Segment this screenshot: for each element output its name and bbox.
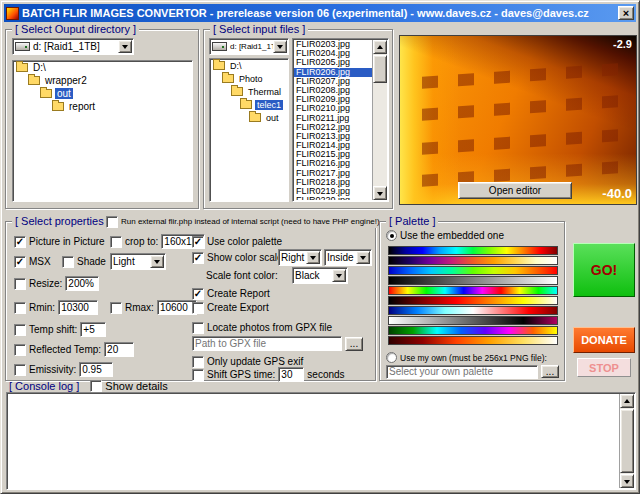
palette-strip[interactable] [388, 326, 558, 335]
file-item[interactable]: FLIR0203.jpg [294, 40, 372, 49]
scale-placement-combobox[interactable]: Inside [324, 249, 372, 266]
locate-gpx-checkbox[interactable] [192, 322, 204, 334]
file-item[interactable]: FLIR0211.jpg [294, 114, 372, 123]
file-item[interactable]: FLIR0208.jpg [294, 86, 372, 95]
file-item[interactable]: FLIR0220.jpg [294, 196, 372, 200]
palette-strip[interactable] [388, 276, 558, 285]
scale-position-combobox[interactable]: Right [278, 249, 322, 266]
gpx-path-field[interactable] [192, 336, 342, 351]
scroll-down-icon[interactable] [620, 474, 634, 488]
use-embedded-radio[interactable] [386, 230, 397, 241]
reflected-temp-checkbox[interactable] [14, 344, 26, 356]
palette-strip[interactable] [388, 296, 558, 305]
own-palette-browse-button[interactable]: ... [541, 365, 559, 378]
file-item[interactable]: FLIR0206.jpg [294, 68, 372, 77]
msx-checkbox[interactable] [14, 256, 26, 268]
palette-strip[interactable] [388, 286, 558, 295]
chevron-down-icon[interactable] [356, 251, 370, 264]
rmax-field[interactable] [157, 300, 197, 315]
scale-font-color-combobox[interactable]: Black [292, 267, 348, 284]
tree-item[interactable]: telec1 [210, 98, 288, 111]
chevron-down-icon[interactable] [150, 255, 164, 268]
rmax-checkbox[interactable] [110, 302, 122, 314]
own-palette-field[interactable] [386, 365, 538, 379]
palette-strip[interactable] [388, 256, 558, 265]
tree-item[interactable]: out [13, 87, 192, 100]
file-item[interactable]: FLIR0217.jpg [294, 169, 372, 178]
create-report-checkbox[interactable] [192, 288, 204, 300]
tree-item[interactable]: wrapper2 [13, 74, 192, 87]
file-item[interactable]: FLIR0216.jpg [294, 159, 372, 168]
file-item[interactable]: FLIR0218.jpg [294, 178, 372, 187]
shade-mode-combobox[interactable]: Light [110, 253, 166, 270]
use-color-palette-checkbox[interactable] [192, 236, 204, 248]
tree-item[interactable]: D:\ [13, 61, 192, 74]
file-item[interactable]: FLIR0209.jpg [294, 95, 372, 104]
input-file-list[interactable]: FLIR0203.jpgFLIR0204.jpgFLIR0205.jpgFLIR… [292, 38, 389, 202]
tree-item[interactable]: Thermal [210, 85, 288, 98]
scroll-up-icon[interactable] [620, 394, 634, 408]
file-item[interactable]: FLIR0207.jpg [294, 77, 372, 86]
stop-button[interactable]: STOP [577, 358, 631, 377]
file-item[interactable]: FLIR0205.jpg [294, 58, 372, 67]
rmin-checkbox[interactable] [14, 302, 26, 314]
resize-value-field[interactable] [65, 276, 99, 291]
scroll-up-icon[interactable] [373, 40, 387, 54]
scroll-down-icon[interactable] [373, 186, 387, 200]
open-editor-button[interactable]: Open editor [458, 182, 572, 199]
scrollbar-thumb[interactable] [373, 55, 387, 83]
temp-shift-checkbox[interactable] [14, 324, 26, 336]
file-item[interactable]: FLIR0219.jpg [294, 187, 372, 196]
go-button[interactable]: GO! [573, 243, 635, 297]
shade-checkbox[interactable] [62, 256, 74, 268]
run-external-checkbox[interactable] [106, 216, 118, 228]
tree-item[interactable]: Photo [210, 72, 288, 85]
file-item[interactable]: FLIR0204.jpg [294, 49, 372, 58]
scrollbar-thumb[interactable] [620, 409, 634, 473]
rmin-field[interactable] [58, 300, 98, 315]
file-item[interactable]: FLIR0212.jpg [294, 123, 372, 132]
console-output[interactable] [6, 392, 636, 490]
show-details-checkbox[interactable] [90, 380, 102, 392]
only-update-gps-checkbox[interactable] [192, 356, 204, 368]
tree-item[interactable]: D:\ [210, 59, 288, 72]
chevron-down-icon[interactable] [332, 269, 346, 282]
chevron-down-icon[interactable] [273, 40, 287, 53]
output-directory-tree[interactable]: D:\wrapper2outreport [12, 60, 193, 202]
use-own-radio[interactable] [386, 352, 397, 363]
palette-strip[interactable] [388, 246, 558, 255]
folder-icon [52, 102, 64, 111]
donate-button[interactable]: DONATE [573, 327, 635, 353]
palette-strip[interactable] [388, 266, 558, 275]
file-item[interactable]: FLIR0210.jpg [294, 104, 372, 113]
shift-gps-field[interactable] [278, 367, 304, 382]
shift-gps-checkbox[interactable] [192, 369, 204, 381]
temp-shift-field[interactable] [80, 322, 106, 337]
file-item[interactable]: FLIR0214.jpg [294, 141, 372, 150]
close-icon[interactable]: × [618, 6, 634, 20]
reflected-temp-field[interactable] [104, 342, 134, 357]
palette-strip[interactable] [388, 336, 558, 345]
file-list-scrollbar[interactable] [372, 40, 387, 200]
file-item[interactable]: FLIR0213.jpg [294, 132, 372, 141]
create-export-checkbox[interactable] [192, 302, 204, 314]
show-color-scale-checkbox[interactable] [192, 252, 204, 264]
palette-strip[interactable] [388, 306, 558, 315]
chevron-down-icon[interactable] [118, 40, 132, 53]
picture-in-picture-checkbox[interactable] [14, 236, 26, 248]
output-drive-combobox[interactable]: d: [Raid1_1TB] [12, 38, 134, 55]
tree-item[interactable]: out [210, 111, 288, 124]
palette-strip[interactable] [388, 316, 558, 325]
console-scrollbar[interactable] [619, 394, 634, 488]
crop-to-checkbox[interactable] [110, 236, 122, 248]
emissivity-field[interactable] [79, 362, 113, 377]
titlebar[interactable]: BATCH FLIR IMAGES CONVERTOR - prerelease… [4, 4, 636, 22]
gpx-browse-button[interactable]: ... [345, 337, 363, 351]
input-directory-tree[interactable]: D:\PhotoThermaltelec1out [209, 58, 289, 202]
tree-item[interactable]: report [13, 100, 192, 113]
file-item[interactable]: FLIR0215.jpg [294, 150, 372, 159]
chevron-down-icon[interactable] [306, 251, 320, 264]
emissivity-checkbox[interactable] [14, 364, 26, 376]
resize-checkbox[interactable] [14, 278, 26, 290]
input-drive-combobox[interactable]: d: [Raid1_1TB] [209, 38, 289, 55]
